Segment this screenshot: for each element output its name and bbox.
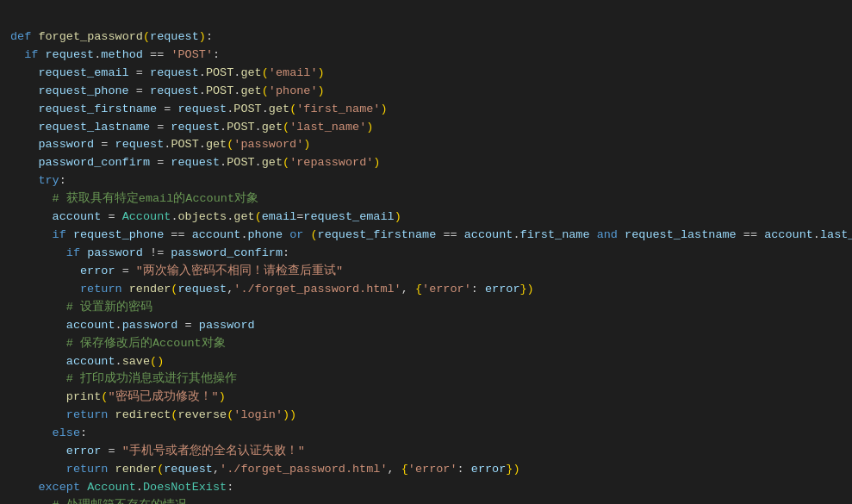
code-editor: def forget_password(request): if request… xyxy=(0,7,852,504)
